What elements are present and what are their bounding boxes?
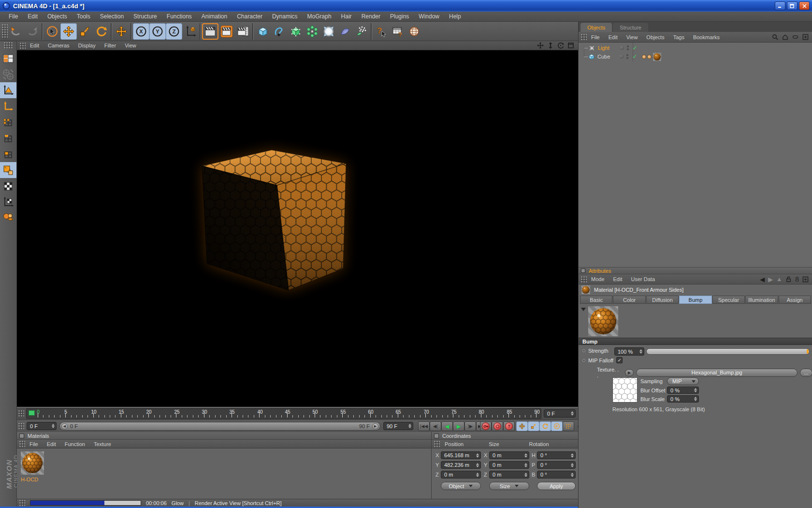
render-active-view-button[interactable] (202, 23, 218, 40)
materials-grip[interactable] (19, 441, 25, 447)
tab-structure[interactable]: Structure (613, 23, 648, 32)
editor-visibility-dot[interactable] (620, 46, 624, 50)
enabled-check-icon[interactable]: ✓ (633, 45, 638, 51)
play-backward-button[interactable]: ◀ (441, 421, 453, 431)
editor-visibility-dot[interactable] (620, 55, 624, 59)
add-light-button[interactable] (320, 23, 337, 40)
material-preview[interactable] (588, 306, 618, 336)
size-z-field[interactable]: 0 m (489, 471, 529, 478)
spinner-arrows[interactable] (569, 411, 574, 416)
viewport-canvas[interactable] (17, 50, 578, 407)
tab-basic[interactable]: Basic (580, 296, 612, 304)
slider-handle[interactable] (807, 349, 809, 354)
menu-animation[interactable]: Animation (197, 13, 232, 20)
content-browser-button[interactable]: ? (390, 23, 406, 40)
add-spline-button[interactable] (271, 23, 288, 40)
current-frame-field[interactable]: 0 F (27, 422, 57, 430)
material-item[interactable]: H-OCD (21, 451, 44, 482)
menu-structure[interactable]: Structure (129, 13, 162, 20)
timeline-ruler[interactable]: 0 5 10 15 20 25 30 35 40 45 50 55 60 65 … (26, 408, 541, 419)
add-cube-primitive-button[interactable] (255, 23, 271, 40)
tab-bump[interactable]: Bump (679, 296, 711, 304)
texture-browse-button[interactable]: ... (800, 369, 812, 377)
new-panel-icon[interactable] (802, 276, 809, 283)
key-bullet-icon[interactable] (582, 359, 585, 362)
render-settings-button[interactable] (235, 23, 251, 40)
menu-plugins[interactable]: Plugins (385, 13, 414, 20)
om-menu-objects[interactable]: Objects (642, 34, 668, 40)
toggle-position-keys-button[interactable] (516, 421, 528, 431)
menu-file[interactable]: File (4, 13, 23, 20)
rotate-tool-button[interactable] (93, 23, 110, 40)
help-button[interactable]: ? (373, 23, 390, 40)
convert-selection-button[interactable] (0, 66, 16, 82)
menu-dynamics[interactable]: Dynamics (267, 13, 303, 20)
menu-mograph[interactable]: MoGraph (303, 13, 336, 20)
strength-field[interactable]: 100 % (614, 347, 644, 356)
menu-objects[interactable]: Objects (43, 13, 72, 20)
menu-character[interactable]: Character (232, 13, 267, 20)
key-bullet-icon[interactable] (582, 349, 585, 352)
tab-specular[interactable]: Specular (712, 296, 745, 304)
model-mode-button[interactable] (0, 82, 16, 98)
sidebar-grip[interactable] (4, 42, 13, 48)
online-updater-button[interactable] (406, 23, 422, 40)
layout-button[interactable] (0, 50, 16, 66)
tree-row-light[interactable]: Light ✓ (579, 44, 638, 52)
menu-window[interactable]: Window (414, 13, 444, 20)
position-z-field[interactable]: 0 m (441, 471, 481, 478)
vp-menu-edit[interactable]: Edit (26, 43, 44, 48)
om-menu-tags[interactable]: Tags (669, 34, 689, 40)
tab-assign[interactable]: Assign (779, 296, 811, 304)
timeline-end-field[interactable]: 0 F (544, 409, 576, 418)
enabled-check-icon[interactable]: ✓ (632, 53, 637, 60)
previous-key-button[interactable]: ◀( (430, 421, 441, 431)
render-picture-viewer-button[interactable] (218, 23, 235, 40)
viewport-zoom-icon[interactable] (547, 42, 554, 49)
bump-section-header[interactable]: Bump (579, 338, 812, 345)
texture-preview-thumbnail[interactable] (612, 377, 638, 403)
spinner-arrows[interactable] (50, 424, 55, 428)
om-menu-view[interactable]: View (622, 34, 642, 40)
history-forward-icon[interactable]: ▶ (768, 276, 773, 283)
object-axis-mode-button[interactable] (0, 98, 16, 114)
object-name-cube[interactable]: Cube (597, 54, 610, 60)
timeline-range-slider[interactable]: ◀ 0 F 90 F ▶ (59, 422, 380, 431)
vp-menu-filter[interactable]: Filter (100, 43, 120, 48)
add-environment-button[interactable] (337, 23, 353, 40)
lock-icon[interactable] (785, 276, 792, 283)
history-back-icon[interactable]: ◀ (760, 276, 765, 283)
strength-slider[interactable] (646, 348, 810, 355)
home-icon[interactable] (782, 34, 788, 40)
tab-color[interactable]: Color (613, 296, 645, 304)
menu-render[interactable]: Render (357, 13, 385, 20)
panel-icon[interactable] (19, 433, 24, 438)
menu-selection[interactable]: Selection (95, 13, 129, 20)
points-mode-button[interactable] (0, 114, 16, 130)
polygons-mode-button[interactable] (0, 146, 16, 162)
controls-grip[interactable] (18, 423, 24, 429)
rotation-h-field[interactable]: 0 ° (537, 451, 576, 459)
autokeying-button[interactable] (492, 421, 503, 431)
close-button[interactable] (799, 1, 810, 10)
toggle-rotation-keys-button[interactable] (539, 421, 551, 431)
ruler-grip[interactable] (18, 410, 24, 417)
vp-menu-view[interactable]: View (120, 43, 141, 48)
viewport-grip[interactable] (20, 43, 26, 49)
mat-menu-function[interactable]: Function (60, 441, 89, 447)
lock-z-axis-button[interactable]: Z (166, 23, 182, 40)
toggle-pla-keys-button[interactable] (563, 421, 574, 431)
sampling-select[interactable]: MIP (667, 377, 699, 385)
smoothing-tag-icon[interactable] (647, 55, 652, 59)
menu-functions[interactable]: Functions (162, 13, 197, 20)
om-menu-edit[interactable]: Edit (604, 34, 622, 40)
mat-menu-edit[interactable]: Edit (43, 441, 60, 447)
restore-button[interactable] (787, 1, 798, 10)
keyframe-selection-button[interactable]: ? (503, 421, 515, 431)
range-end-field[interactable]: 90 F (383, 422, 413, 430)
toolbar-grip[interactable] (2, 24, 8, 39)
menu-help[interactable]: Help (444, 13, 466, 20)
vp-menu-display[interactable]: Display (74, 43, 100, 48)
attr-menu-mode[interactable]: Mode (587, 276, 609, 282)
mip-falloff-checkbox[interactable]: ✓ (616, 357, 623, 363)
